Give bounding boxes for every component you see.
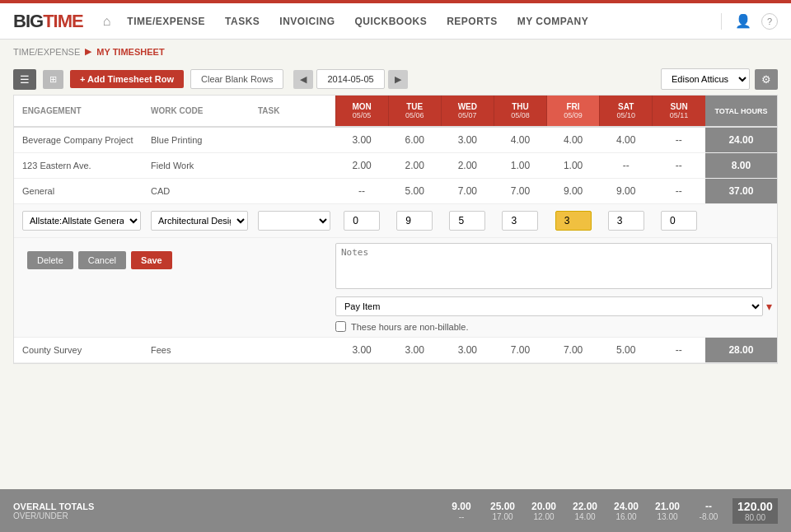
nav-quickbooks[interactable]: QUICKBOOKS [355,12,428,30]
edit-wed-cell [441,204,494,238]
toolbar: ☰ ⊞ + Add Timesheet Row Clear Blank Rows… [0,63,791,95]
edit-engagement-select[interactable]: Allstate:Allstate General [22,211,141,231]
edit-thu-input[interactable] [502,211,538,231]
edit-notes-cell: Pay Item ▾ These hours are non-billable. [335,238,777,338]
thu-cell: 4.00 [494,127,546,153]
work-code-cell: Fees [146,338,253,363]
pay-item-row: Pay Item ▾ [335,296,772,316]
nav-reports[interactable]: REPORTS [447,12,498,30]
fri-cell: 1.00 [547,153,600,179]
edit-mon-cell [335,204,388,238]
edit-sun-cell [653,204,705,238]
table-row: County Survey Fees 3.00 3.00 3.00 7.00 7… [14,338,777,363]
table-row: Beverage Company Project Blue Printing 3… [14,127,777,153]
header-task: TASK [253,96,335,127]
pay-item-select[interactable]: Pay Item [335,296,763,316]
breadcrumb-current: MY TIMESHEET [96,47,164,57]
task-cell [253,179,335,204]
tue-cell: 3.00 [388,338,441,363]
total-cell: 37.00 [705,179,777,204]
breadcrumb-parent[interactable]: TIME/EXPENSE [13,47,80,57]
mon-cell: 3.00 [335,338,388,363]
edit-sun-input[interactable] [661,211,697,231]
task-cell [253,153,335,179]
save-button[interactable]: Save [131,251,172,269]
header-sun: SUN05/11 [653,96,705,127]
header-thu: THU05/08 [494,96,546,127]
wed-cell: 3.00 [441,127,494,153]
next-date-button[interactable]: ▶ [388,70,408,89]
header-total: TOTAL HOURS [705,96,777,127]
header-mon: MON05/05 [335,96,388,127]
main-table: ENGAGEMENT WORK CODE TASK MON05/05 TUE05… [13,95,778,364]
home-icon[interactable]: ⌂ [103,14,111,29]
wed-cell: 2.00 [441,153,494,179]
user-icon[interactable]: 👤 [735,13,751,29]
user-select[interactable]: Edison Atticus [661,68,750,90]
wed-cell: 3.00 [441,338,494,363]
nav-my-company[interactable]: MY COMPANY [517,12,589,30]
edit-sat-input[interactable] [608,211,644,231]
billable-label: These hours are non-billable. [351,322,468,332]
prev-date-button[interactable]: ◀ [293,70,313,89]
breadcrumb: TIME/EXPENSE ▶ MY TIMESHEET [0,40,791,63]
edit-total-cell [705,204,777,238]
logo-time: TIME [43,11,83,31]
edit-tue-input[interactable] [396,211,433,231]
thu-cell: 7.00 [494,179,546,204]
logo-big: BIG [13,11,43,31]
breadcrumb-arrow: ▶ [85,46,91,57]
sat-cell: 4.00 [600,127,653,153]
clear-blank-rows-button[interactable]: Clear Blank Rows [190,69,283,89]
user-select-wrap: Edison Atticus ⚙ [661,68,778,90]
edit-action-cell: Delete Cancel Save [14,238,335,338]
edit-work-code-cell: Architectural Design [146,204,253,238]
delete-button[interactable]: Delete [27,251,73,269]
edit-row: Allstate:Allstate General Architectural … [14,204,777,238]
sun-cell: -- [653,127,705,153]
billable-row: These hours are non-billable. [335,321,772,332]
nav-invoicing[interactable]: INVOICING [279,12,335,30]
mon-cell: -- [335,179,388,204]
tue-cell: 6.00 [388,127,441,153]
total-cell: 28.00 [705,338,777,363]
edit-mon-input[interactable] [344,211,380,231]
billable-checkbox[interactable] [335,321,346,332]
sat-cell: 9.00 [600,179,653,204]
nav-links: TIME/EXPENSE TASKS INVOICING QUICKBOOKS … [127,12,721,30]
cancel-button[interactable]: Cancel [78,251,126,269]
work-code-cell: Field Work [146,153,253,179]
edit-fri-input[interactable] [555,211,592,231]
grid-button[interactable]: ⊞ [43,70,63,89]
add-timesheet-row-button[interactable]: + Add Timesheet Row [70,70,184,88]
edit-task-select[interactable] [258,211,330,231]
engagement-cell: Beverage Company Project [14,127,146,153]
header-sat: SAT05/10 [600,96,653,127]
work-code-cell: CAD [146,179,253,204]
nav-time-expense[interactable]: TIME/EXPENSE [127,12,205,30]
engagement-cell: General [14,179,146,204]
header-wed: WED05/07 [441,96,494,127]
tue-cell: 2.00 [388,153,441,179]
nav-tasks[interactable]: TASKS [225,12,260,30]
sun-cell: -- [653,179,705,204]
table-row: General CAD -- 5.00 7.00 7.00 9.00 9.00 … [14,179,777,204]
help-icon[interactable]: ? [761,13,778,30]
header-work-code: WORK CODE [146,96,253,127]
sun-cell: -- [653,338,705,363]
edit-work-code-select[interactable]: Architectural Design [151,211,248,231]
gear-button[interactable]: ⚙ [755,69,778,90]
date-nav: ◀ 2014-05-05 ▶ [293,69,407,89]
header-tue: TUE05/06 [388,96,441,127]
total-cell: 24.00 [705,127,777,153]
fri-cell: 9.00 [547,179,600,204]
nav-right: 👤 ? [721,13,778,30]
edit-engagement-cell: Allstate:Allstate General [14,204,146,238]
menu-button[interactable]: ☰ [13,69,36,90]
notes-textarea[interactable] [335,243,772,289]
total-cell: 8.00 [705,153,777,179]
engagement-cell: County Survey [14,338,146,363]
wed-cell: 7.00 [441,179,494,204]
thu-cell: 7.00 [494,338,546,363]
edit-wed-input[interactable] [449,211,485,231]
